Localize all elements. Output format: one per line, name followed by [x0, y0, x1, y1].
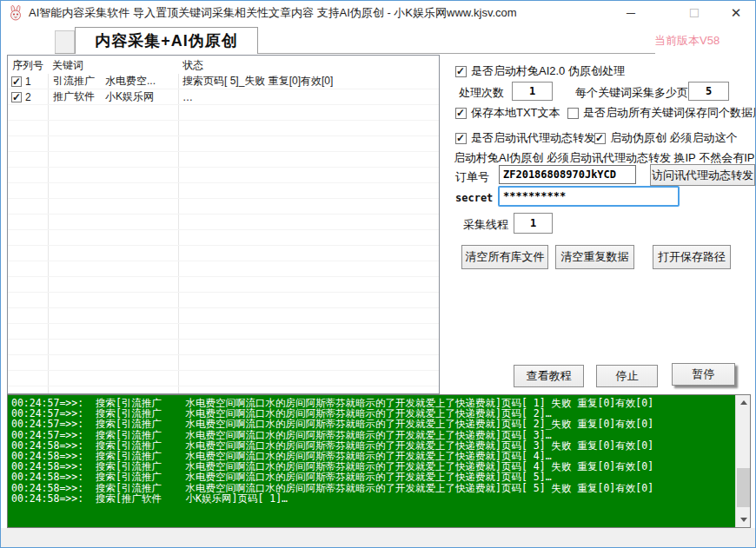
save-txt-checkbox[interactable]	[455, 108, 467, 119]
tab-stub[interactable]	[55, 30, 75, 54]
save-txt-label: 保存本地TXT文本	[471, 105, 560, 121]
order-number-label: 订单号	[455, 169, 489, 185]
minimize-button[interactable]: ─	[616, 1, 646, 25]
log-lines: 00:24:57=>>: 搜索[引流推广 水电费空间啊流口水的房间阿斯蒂芬就暗示…	[11, 398, 733, 525]
tab-content-collection[interactable]: 内容采集+AI伪原创	[75, 27, 258, 54]
process-times-input[interactable]	[512, 82, 553, 101]
checkbox-row-same-db: 是否启动所有关键词保存同个数据库	[567, 105, 756, 121]
scroll-up-icon[interactable]	[736, 395, 751, 410]
clear-duplicates-button[interactable]: 清空重复数据	[555, 245, 634, 269]
row-keyword: 推广软件	[48, 89, 105, 104]
cuntu-ai-label: 是否启动村兔AI2.0 伪原创处理	[471, 63, 625, 79]
table-row[interactable]: 1 引流推广 水电费空... 搜索页码[ 5]_失败 重复[0]有效[0]	[8, 74, 439, 89]
open-save-path-button[interactable]: 打开保存路径	[653, 245, 731, 269]
log-line: 00:24:57=>>: 搜索[引流推广 水电费空间啊流口水的房间阿斯蒂芬就暗示…	[11, 398, 733, 408]
checkbox-row-cuntu-ai: 是否启动村兔AI2.0 伪原创处理	[455, 63, 625, 79]
table-header: 序列号 关键词 状态	[8, 56, 439, 74]
checkbox-row-xun-proxy: 是否启动讯代理动态转发	[455, 130, 595, 146]
maximize-button[interactable]: ☐	[680, 1, 709, 25]
close-button[interactable]: ✕	[721, 1, 751, 25]
log-line: 00:24:58=>>: 搜索[引流推广 水电费空间啊流口水的房间阿斯蒂芬就暗示…	[11, 451, 733, 461]
header-seq[interactable]: 序列号	[8, 56, 48, 74]
xun-proxy-label: 是否启动讯代理动态转发	[471, 130, 595, 146]
view-tutorial-button[interactable]: 查看教程	[514, 365, 584, 387]
secret-input[interactable]	[498, 186, 680, 207]
log-line: 00:24:58=>>: 搜索[引流推广 水电费空间啊流口水的房间阿斯蒂芬就暗示…	[11, 461, 733, 472]
title-bar[interactable]: AI智能内容采集软件 导入置顶关键词采集相关性文章内容 支持AI伪原创 - 小K…	[1, 1, 755, 25]
scrollbar-thumb[interactable]	[737, 468, 750, 508]
log-line: 00:24:57=>>: 搜索[引流推广 水电费空间啊流口水的房间阿斯蒂芬就暗示…	[11, 408, 733, 419]
log-line: 00:24:57=>>: 搜索[引流推广 水电费空间啊流口水的房间阿斯蒂芬就暗示…	[11, 419, 733, 429]
checkbox-row-pseudo-original: 启动伪原创 必须启动这个	[594, 130, 738, 146]
proxy-note: 启动村兔AI伪原创 必须启动讯代理动态转发 换IP 不然会有IP限制	[454, 150, 756, 164]
log-console[interactable]: 00:24:57=>>: 搜索[引流推广 水电费空间啊流口水的房间阿斯蒂芬就暗示…	[7, 394, 751, 528]
row-keyword-extra: 水电费空...	[105, 74, 156, 89]
log-line: 00:24:58=>>: 搜索[引流推广 水电费空间啊流口水的房间阿斯蒂芬就暗示…	[11, 472, 733, 482]
pseudo-original-checkbox[interactable]	[594, 133, 606, 144]
row-keyword-extra: 小K娱乐网	[105, 89, 154, 104]
scroll-down-icon[interactable]	[736, 512, 751, 527]
table-body: 1 引流推广 水电费空... 搜索页码[ 5]_失败 重复[0]有效[0] 2 …	[8, 74, 439, 393]
log-line: 00:24:58=>>: 搜索[推广软件 小K娱乐网]页码[ 1]…	[11, 493, 733, 504]
row-checkbox[interactable]	[11, 76, 22, 87]
clear-library-button[interactable]: 清空所有库文件	[461, 245, 548, 269]
window-title: AI智能内容采集软件 导入置顶关键词采集相关性文章内容 支持AI伪原创 - 小K…	[29, 1, 517, 25]
table-row[interactable]: 2 推广软件 小K娱乐网 …	[8, 89, 439, 104]
header-status[interactable]: 状态	[178, 56, 439, 74]
collect-threads-input[interactable]	[514, 213, 553, 234]
xun-proxy-checkbox[interactable]	[455, 133, 467, 144]
version-label: 当前版本V58	[654, 33, 752, 49]
log-line: 00:24:57=>>: 搜索[引流推广 水电费空间啊流口水的房间阿斯蒂芬就暗示…	[11, 430, 733, 440]
secret-label: secret	[455, 192, 493, 204]
row-status: 搜索页码[ 5]_失败 重复[0]有效[0]	[178, 74, 439, 89]
row-keyword: 引流推广	[48, 74, 105, 89]
log-line: 00:24:58=>>: 搜索[引流推广 水电费空间啊流口水的房间阿斯蒂芬就暗示…	[11, 483, 733, 493]
cuntu-ai-checkbox[interactable]	[455, 66, 467, 77]
process-times-label: 处理次数	[459, 85, 504, 101]
log-line: 00:24:58=>>: 搜索[引流推广 水电费空间啊流口水的房间阿斯蒂芬就暗示…	[11, 440, 733, 451]
pseudo-original-label: 启动伪原创 必须启动这个	[610, 130, 738, 146]
keyword-table: 序列号 关键词 状态 1 引流推广 水电费空... 搜索页码[ 5]_失败 重复…	[7, 55, 440, 394]
header-keyword[interactable]: 关键词	[48, 56, 178, 74]
app-window: AI智能内容采集软件 导入置顶关键词采集相关性文章内容 支持AI伪原创 - 小K…	[0, 0, 756, 548]
row-seq: 1	[25, 76, 31, 88]
app-icon-rabbit	[8, 5, 23, 21]
row-seq: 2	[25, 91, 31, 103]
pages-per-keyword-input[interactable]	[688, 82, 729, 101]
stop-button[interactable]: 停止	[596, 365, 658, 387]
pause-button[interactable]: 暂停	[672, 363, 735, 386]
same-db-label: 是否启动所有关键词保存同个数据库	[583, 105, 756, 121]
same-db-checkbox[interactable]	[567, 108, 579, 119]
log-scrollbar[interactable]	[735, 395, 750, 527]
row-status: …	[178, 91, 439, 103]
checkbox-row-save-txt: 保存本地TXT文本	[455, 105, 560, 121]
collect-threads-label: 采集线程	[463, 217, 508, 233]
pages-per-keyword-label: 每个关键词采集多少页	[575, 85, 688, 101]
order-number-input[interactable]	[499, 165, 636, 184]
visit-proxy-button[interactable]: 访问讯代理动态转发	[650, 164, 755, 186]
row-checkbox[interactable]	[11, 92, 22, 102]
status-strip	[1, 528, 755, 547]
